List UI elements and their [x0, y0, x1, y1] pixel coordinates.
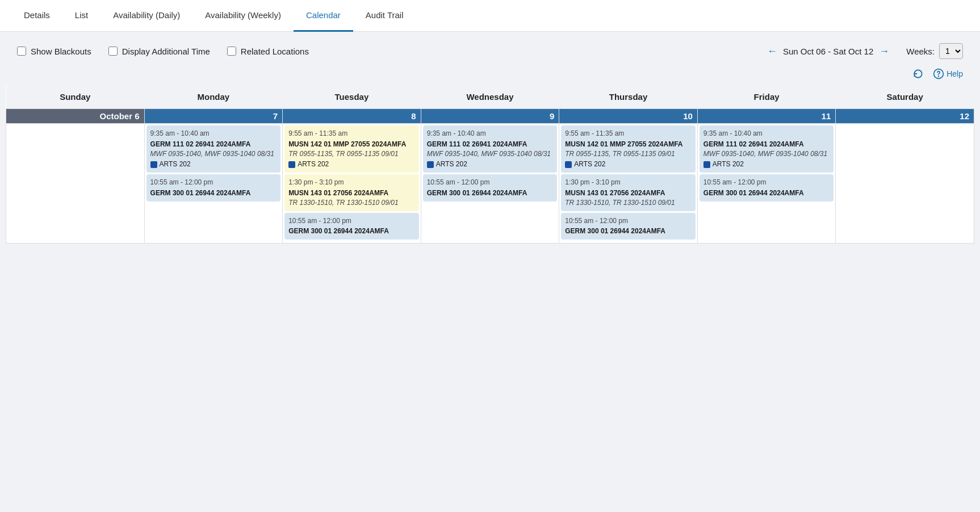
tab-availability-weekly[interactable]: Availability (Weekly): [192, 0, 294, 32]
tab-audit-trail[interactable]: Audit Trail: [353, 0, 416, 32]
room-icon: [703, 161, 710, 168]
event-schedule: TR 0955-1135, TR 0955-1135 09/01: [565, 149, 692, 159]
toolbar: Show Blackouts Display Additional Time R…: [0, 32, 980, 65]
help-icon: [933, 68, 944, 79]
col-tuesday: Tuesday: [283, 85, 421, 109]
thursday-event-1[interactable]: 9:55 am - 11:35 am MUSN 142 01 MMP 27055…: [561, 125, 696, 173]
room-name: ARTS 202: [713, 160, 744, 169]
help-button[interactable]: Help: [933, 68, 963, 79]
tab-list[interactable]: List: [62, 0, 100, 32]
tab-availability-daily[interactable]: Availability (Daily): [100, 0, 192, 32]
date-saturday: 12: [836, 109, 974, 124]
tuesday-event-1[interactable]: 9:55 am - 11:35 am MUSN 142 01 MMP 27055…: [284, 125, 419, 173]
event-name: MUSN 143 01 27056 2024AMFA: [288, 188, 415, 198]
event-time: 10:55 am - 12:00 pm: [427, 178, 554, 187]
help-label: Help: [947, 69, 963, 78]
room-name: ARTS 202: [574, 160, 605, 169]
event-time: 9:55 am - 11:35 am: [288, 129, 415, 139]
related-locations-label[interactable]: Related Locations: [227, 47, 309, 56]
room-icon: [427, 161, 434, 168]
col-sunday: Sunday: [6, 85, 145, 109]
date-thursday: 10: [559, 109, 698, 124]
show-blackouts-label[interactable]: Show Blackouts: [17, 47, 91, 56]
friday-event-2[interactable]: 10:55 am - 12:00 pm GERM 300 01 26944 20…: [700, 174, 834, 202]
event-time: 9:55 am - 11:35 am: [565, 129, 692, 139]
thursday-event-2[interactable]: 1:30 pm - 3:10 pm MUSN 143 01 27056 2024…: [561, 174, 696, 211]
saturday-col: [836, 124, 974, 244]
date-range-text: Sun Oct 06 - Sat Oct 12: [783, 47, 873, 56]
calendar-table: Sunday Monday Tuesday Wednesday Thursday…: [6, 85, 974, 244]
wednesday-event-1[interactable]: 9:35 am - 10:40 am GERM 111 02 26941 202…: [423, 125, 558, 173]
event-room: ARTS 202: [427, 160, 554, 169]
room-icon: [565, 161, 572, 168]
calendar-container: Sunday Monday Tuesday Wednesday Thursday…: [0, 85, 980, 249]
date-row: October 6 7 8 9 10 11 12: [6, 109, 974, 124]
show-blackouts-text: Show Blackouts: [31, 47, 91, 56]
prev-week-button[interactable]: ←: [767, 45, 777, 57]
col-monday: Monday: [144, 85, 283, 109]
display-additional-time-label[interactable]: Display Additional Time: [108, 47, 210, 56]
tuesday-event-2[interactable]: 1:30 pm - 3:10 pm MUSN 143 01 27056 2024…: [284, 174, 419, 211]
event-time: 9:35 am - 10:40 am: [150, 129, 277, 139]
show-blackouts-checkbox[interactable]: [17, 47, 26, 56]
event-name: GERM 300 01 26944 2024AMFA: [565, 226, 692, 236]
room-name: ARTS 202: [436, 160, 467, 169]
room-name: ARTS 202: [298, 160, 329, 169]
wednesday-event-2[interactable]: 10:55 am - 12:00 pm GERM 300 01 26944 20…: [423, 174, 558, 202]
tab-calendar[interactable]: Calendar: [294, 0, 353, 32]
event-room: ARTS 202: [703, 160, 830, 169]
tuesday-col: 9:55 am - 11:35 am MUSN 142 01 MMP 27055…: [283, 124, 421, 244]
related-locations-checkbox[interactable]: [227, 47, 236, 56]
col-thursday: Thursday: [559, 85, 698, 109]
display-additional-time-checkbox[interactable]: [108, 47, 118, 56]
date-monday: 7: [144, 109, 283, 124]
room-name: ARTS 202: [160, 160, 191, 169]
event-schedule: TR 1330-1510, TR 1330-1510 09/01: [565, 198, 692, 208]
display-additional-time-text: Display Additional Time: [122, 47, 210, 56]
tuesday-event-3[interactable]: 10:55 am - 12:00 pm GERM 300 01 26944 20…: [284, 213, 419, 240]
next-week-button[interactable]: →: [879, 45, 889, 57]
event-schedule: MWF 0935-1040, MWF 0935-1040 08/31: [703, 149, 830, 159]
event-time: 9:35 am - 10:40 am: [703, 129, 830, 139]
sunday-col: [6, 124, 145, 244]
refresh-button[interactable]: [912, 68, 924, 79]
event-time: 1:30 pm - 3:10 pm: [288, 178, 415, 187]
event-time: 10:55 am - 12:00 pm: [703, 178, 830, 187]
event-room: ARTS 202: [565, 160, 692, 169]
event-name: MUSN 142 01 MMP 27055 2024AMFA: [565, 140, 692, 149]
tabs-bar: Details List Availability (Daily) Availa…: [0, 0, 980, 32]
event-time: 1:30 pm - 3:10 pm: [565, 178, 692, 187]
event-name: GERM 300 01 26944 2024AMFA: [150, 188, 277, 198]
wednesday-col: 9:35 am - 10:40 am GERM 111 02 26941 202…: [421, 124, 559, 244]
event-name: GERM 300 01 26944 2024AMFA: [703, 188, 830, 198]
friday-col: 9:35 am - 10:40 am GERM 111 02 26941 202…: [697, 124, 836, 244]
event-name: GERM 111 02 26941 2024AMFA: [427, 140, 554, 149]
monday-col: 9:35 am - 10:40 am GERM 111 02 26941 202…: [144, 124, 283, 244]
monday-event-1[interactable]: 9:35 am - 10:40 am GERM 111 02 26941 202…: [146, 125, 281, 173]
tab-details[interactable]: Details: [11, 0, 62, 32]
event-name: MUSN 143 01 27056 2024AMFA: [565, 188, 692, 198]
date-friday: 11: [697, 109, 836, 124]
event-name: GERM 111 02 26941 2024AMFA: [150, 140, 277, 149]
col-saturday: Saturday: [836, 85, 974, 109]
event-schedule: MWF 0935-1040, MWF 0935-1040 08/31: [150, 149, 277, 159]
monday-event-2[interactable]: 10:55 am - 12:00 pm GERM 300 01 26944 20…: [146, 174, 281, 202]
date-sunday: October 6: [6, 109, 145, 124]
calendar-header-row: Sunday Monday Tuesday Wednesday Thursday…: [6, 85, 974, 109]
friday-event-1[interactable]: 9:35 am - 10:40 am GERM 111 02 26941 202…: [700, 125, 834, 173]
date-tuesday: 8: [283, 109, 421, 124]
event-time: 9:35 am - 10:40 am: [427, 129, 554, 139]
col-friday: Friday: [697, 85, 836, 109]
svg-point-1: [939, 76, 939, 77]
event-schedule: TR 0955-1135, TR 0955-1135 09/01: [288, 149, 415, 159]
refresh-icon: [912, 68, 924, 79]
weeks-select[interactable]: 1 2 3 4: [939, 43, 963, 59]
room-icon: [288, 161, 295, 168]
event-name: MUSN 142 01 MMP 27055 2024AMFA: [288, 140, 415, 149]
event-name: GERM 111 02 26941 2024AMFA: [703, 140, 830, 149]
event-schedule: MWF 0935-1040, MWF 0935-1040 08/31: [427, 149, 554, 159]
related-locations-text: Related Locations: [241, 47, 309, 56]
thursday-event-3[interactable]: 10:55 am - 12:00 pm GERM 300 01 26944 20…: [561, 213, 696, 240]
event-schedule: TR 1330-1510, TR 1330-1510 09/01: [288, 198, 415, 208]
actions-row: Help: [0, 65, 980, 85]
